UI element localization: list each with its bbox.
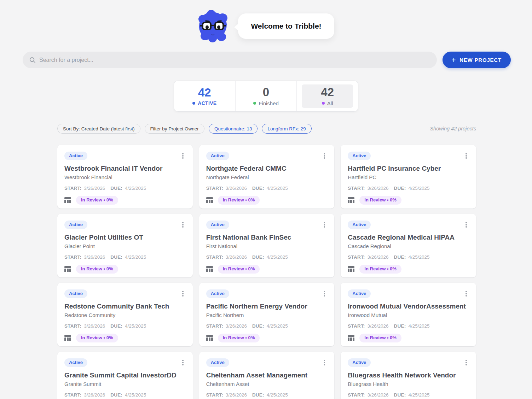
card-menu-button[interactable] bbox=[463, 289, 469, 298]
project-card[interactable]: Active Hartfield PC Insurance Cyber Hart… bbox=[341, 145, 476, 209]
card-header: Active bbox=[206, 358, 328, 367]
tribble-mascot bbox=[198, 10, 228, 42]
kebab-dot bbox=[182, 224, 184, 225]
project-card[interactable]: Active Westbrook Financial IT Vendor Wes… bbox=[57, 145, 193, 209]
due-date: 4/25/2025 bbox=[267, 254, 288, 260]
due-date: 4/25/2025 bbox=[408, 186, 429, 191]
kebab-dot bbox=[466, 155, 467, 157]
new-project-button[interactable]: + NEW PROJECT bbox=[443, 52, 511, 68]
card-header: Active bbox=[64, 152, 186, 160]
filter-owner-chip[interactable]: Filter by Project Owner bbox=[145, 124, 204, 134]
start-date: 3/26/2026 bbox=[84, 392, 105, 398]
project-title: Westbrook Financial IT Vendor bbox=[64, 165, 186, 172]
project-dates: START: 3/26/2026 DUE: 4/25/2025 bbox=[348, 186, 469, 191]
project-title: Cascade Regional Medical HIPAA bbox=[348, 234, 469, 241]
due-label: DUE: bbox=[110, 392, 122, 398]
card-menu-button[interactable] bbox=[463, 152, 469, 160]
stat-all[interactable]: 42 All bbox=[296, 81, 358, 111]
due-label: DUE: bbox=[394, 392, 406, 398]
card-menu-button[interactable] bbox=[180, 221, 186, 229]
due-label: DUE: bbox=[110, 254, 122, 260]
project-title: Pacific Northern Energy Vendor bbox=[206, 303, 328, 310]
search-bar[interactable] bbox=[23, 52, 437, 68]
card-menu-button[interactable] bbox=[463, 221, 469, 229]
start-date: 3/26/2026 bbox=[368, 254, 389, 260]
card-menu-button[interactable] bbox=[322, 221, 328, 229]
card-footer: In Review • 0% bbox=[206, 334, 328, 342]
mascot-mouth bbox=[211, 33, 215, 35]
kebab-dot bbox=[324, 295, 325, 297]
start-label: START: bbox=[64, 392, 81, 398]
review-progress-badge: In Review • 0% bbox=[76, 196, 118, 204]
start-label: START: bbox=[348, 323, 365, 329]
status-badge: Active bbox=[206, 289, 229, 298]
project-card[interactable]: Active Pacific Northern Energy Vendor Pa… bbox=[199, 283, 335, 346]
project-card[interactable]: Active Northgate Federal CMMC Northgate … bbox=[199, 145, 335, 209]
project-grid: Active Westbrook Financial IT Vendor Wes… bbox=[0, 134, 532, 399]
glasses-lens bbox=[214, 22, 224, 30]
due-date: 4/25/2025 bbox=[125, 186, 146, 191]
card-menu-button[interactable] bbox=[322, 152, 328, 160]
project-card[interactable]: Active Glacier Point Utilities OT Glacie… bbox=[57, 214, 193, 277]
card-menu-button[interactable] bbox=[322, 289, 328, 298]
longform-rfx-chip[interactable]: Longform RFx: 29 bbox=[262, 124, 311, 134]
start-label: START: bbox=[206, 186, 223, 191]
table-icon bbox=[206, 266, 213, 272]
review-progress-badge: In Review • 0% bbox=[218, 196, 260, 204]
project-card[interactable]: Active Cascade Regional Medical HIPAA Ca… bbox=[341, 214, 476, 277]
review-progress-badge: In Review • 0% bbox=[218, 265, 260, 273]
project-card[interactable]: Active Ironwood Mutual VendorAssessment … bbox=[341, 283, 476, 346]
due-label: DUE: bbox=[394, 323, 406, 329]
table-icon bbox=[348, 197, 354, 203]
kebab-dot bbox=[182, 360, 184, 361]
questionnaire-chip[interactable]: Questionnaire: 13 bbox=[209, 124, 258, 134]
kebab-dot bbox=[324, 224, 325, 225]
search-input[interactable] bbox=[39, 57, 430, 63]
status-badge: Active bbox=[206, 221, 229, 229]
kebab-dot bbox=[466, 157, 467, 159]
card-footer: In Review • 0% bbox=[348, 334, 469, 342]
status-badge: Active bbox=[64, 358, 87, 367]
project-card[interactable]: Active Granite Summit Capital InvestorDD… bbox=[57, 352, 193, 399]
project-dates: START: 3/26/2026 DUE: 4/25/2025 bbox=[206, 254, 328, 260]
stat-active[interactable]: 42 ACTIVE bbox=[174, 81, 235, 111]
card-header: Active bbox=[64, 289, 186, 298]
card-menu-button[interactable] bbox=[180, 289, 186, 298]
project-subtitle: Cheltenham Asset bbox=[206, 381, 328, 387]
card-menu-button[interactable] bbox=[463, 358, 469, 367]
project-card[interactable]: Active First National Bank FinSec First … bbox=[199, 214, 335, 277]
kebab-dot bbox=[324, 293, 325, 294]
sort-by-chip[interactable]: Sort By: Created Date (latest first) bbox=[57, 124, 140, 134]
all-count: 42 bbox=[321, 86, 334, 99]
card-header: Active bbox=[64, 221, 186, 229]
table-icon bbox=[348, 335, 354, 341]
due-date: 4/25/2025 bbox=[408, 254, 429, 260]
table-icon bbox=[64, 266, 71, 272]
stat-finished[interactable]: 0 Finished bbox=[235, 81, 297, 111]
kebab-dot bbox=[466, 226, 467, 228]
kebab-dot bbox=[324, 360, 325, 361]
stats-panel: 42 ACTIVE 0 Finished 42 bbox=[174, 81, 358, 112]
start-label: START: bbox=[64, 323, 81, 329]
review-progress-badge: In Review • 0% bbox=[76, 265, 118, 273]
project-title: First National Bank FinSec bbox=[206, 234, 328, 241]
dashboard-page: Welcome to Tribble! + NEW PROJECT 42 ACT… bbox=[0, 0, 532, 399]
project-card[interactable]: Active Bluegrass Health Network Vendor B… bbox=[341, 352, 476, 399]
start-label: START: bbox=[206, 323, 223, 329]
review-progress-badge: In Review • 0% bbox=[359, 334, 401, 342]
card-menu-button[interactable] bbox=[322, 358, 328, 367]
card-menu-button[interactable] bbox=[180, 358, 186, 367]
project-card[interactable]: Active Cheltenham Asset Management Chelt… bbox=[199, 352, 335, 399]
card-menu-button[interactable] bbox=[180, 152, 186, 160]
project-title: Glacier Point Utilities OT bbox=[64, 234, 186, 241]
card-footer: In Review • 0% bbox=[348, 196, 469, 204]
glasses-temple bbox=[224, 25, 226, 27]
glasses-lens bbox=[202, 22, 212, 30]
finished-label: Finished bbox=[259, 100, 279, 106]
status-badge: Active bbox=[64, 152, 87, 160]
project-card[interactable]: Active Redstone Community Bank Tech Reds… bbox=[57, 283, 193, 346]
due-date: 4/25/2025 bbox=[267, 323, 288, 329]
start-label: START: bbox=[348, 392, 365, 398]
kebab-dot bbox=[466, 295, 467, 297]
mascot-eyebrow bbox=[217, 20, 222, 22]
